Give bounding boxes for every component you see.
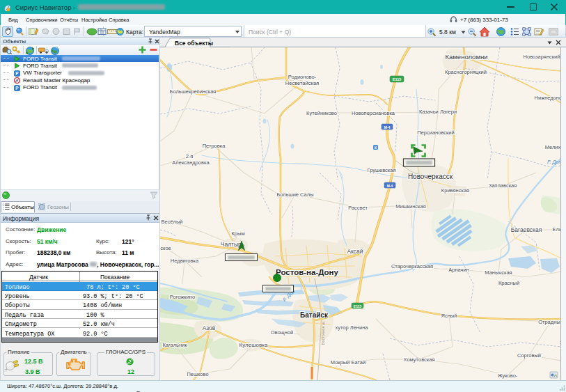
svg-text:P: P — [15, 71, 19, 76]
svg-text:Персиановский: Персиановский — [417, 130, 454, 136]
svg-text:Грушевская: Грушевская — [368, 167, 396, 173]
svg-text:Аксай: Аксай — [347, 248, 363, 255]
svg-text:Новоперсиановка: Новоперсиановка — [352, 110, 395, 116]
svg-text:Кутейниково: Кутейниково — [306, 110, 337, 116]
svg-text:Заплавская: Заплавская — [489, 182, 517, 189]
svg-text:Казачьи Лагери: Казачьи Лагери — [419, 109, 457, 115]
svg-text:Арпачин: Арпачин — [448, 267, 469, 273]
svg-text:Старочеркасская: Старочеркасская — [391, 263, 433, 269]
svg-text:Новозарянский: Новозарянский — [524, 54, 560, 60]
svg-text:Кагальник: Кагальник — [162, 342, 187, 348]
svg-text:Красногорняцкий: Красногорняцкий — [445, 69, 487, 75]
svg-text:Багаевская: Багаевская — [511, 226, 542, 233]
svg-text:Елки: Елки — [553, 226, 561, 233]
svg-text:Каменоломни: Каменоломни — [446, 53, 488, 61]
svg-text:ху: ху — [560, 339, 561, 345]
svg-text:Азов: Азов — [203, 324, 216, 331]
svg-text:Мишкинская: Мишкинская — [395, 203, 426, 210]
svg-text:хутор Ленина: хутор Ленина — [335, 324, 368, 331]
svg-text:Несветайская: Несветайская — [285, 80, 319, 86]
svg-text:Батайск: Батайск — [300, 311, 329, 319]
svg-text:2-я: 2-я — [186, 153, 194, 159]
svg-text:Манычская: Манычская — [485, 269, 512, 276]
svg-text:P: P — [15, 86, 19, 91]
svg-text:Новочеркасск: Новочеркасск — [408, 173, 453, 180]
svg-text:Большие Салы: Большие Салы — [276, 191, 313, 198]
svg-text:Рогожкино: Рогожкино — [170, 294, 195, 300]
svg-text:М-4: М-4 — [387, 184, 393, 188]
svg-text:Р. Дон: Р. Дон — [547, 159, 561, 165]
svg-text:Сорговый: Сорговый — [517, 352, 541, 359]
svg-text:Жуково-: Жуково- — [498, 373, 518, 379]
svg-text:Большекрепинская: Большекрепинская — [170, 88, 217, 95]
svg-text:Мокрый Батай: Мокрый Батай — [331, 359, 365, 366]
svg-text:Родионово-: Родионово- — [288, 74, 317, 80]
svg-text:Ясный: Ясный — [441, 313, 457, 319]
svg-text:Хомутовская: Хомутовская — [404, 356, 435, 363]
svg-text:Александровка: Александровка — [172, 159, 210, 166]
svg-text:Рассвет: Рассвет — [348, 205, 368, 211]
svg-text:Красный: Красный — [498, 280, 519, 286]
svg-text:Кривянская: Кривянская — [441, 187, 469, 194]
svg-text:Нижнедонской: Нижнедонской — [535, 95, 561, 101]
svg-text:Мелихов: Мелихов — [545, 144, 561, 150]
svg-text:Крым: Крым — [231, 230, 244, 237]
svg-text:E115: E115 — [354, 304, 362, 308]
svg-text:Недвиговка: Недвиговка — [171, 258, 199, 264]
svg-text:Отрадный: Отрадный — [538, 319, 561, 325]
svg-text:Кулешовка: Кулешовка — [239, 342, 268, 348]
svg-text:М-4: М-4 — [384, 125, 391, 130]
svg-text:Овощной: Овощной — [271, 329, 294, 336]
svg-text:Пешково: Пешково — [187, 371, 208, 377]
svg-text:E115: E115 — [393, 77, 402, 81]
svg-text:Петровка: Петровка — [203, 143, 226, 149]
svg-text:Ростов-на-Дону: Ростов-на-Дону — [276, 268, 339, 276]
svg-text:Восточное ш.: Восточное ш. — [321, 320, 325, 345]
svg-text:Весёлый: Весёлый — [161, 219, 182, 225]
svg-text:ское: ское — [160, 245, 171, 251]
